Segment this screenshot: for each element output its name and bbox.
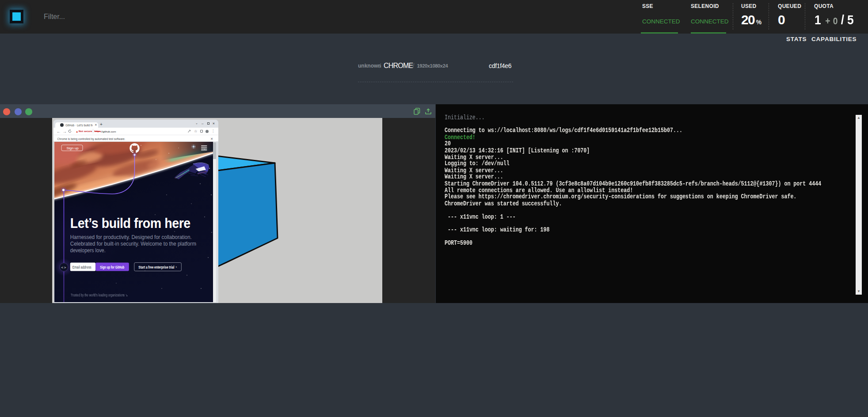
svg-text:Let’s build from here: Let’s build from here — [70, 216, 190, 231]
svg-text:Trusted by the world’s leading: Trusted by the world’s leading organizat… — [71, 293, 128, 297]
svg-text:<>: <> — [61, 265, 67, 269]
svg-text:Start a free enterprise trial: Start a free enterprise trial — [138, 265, 174, 269]
svg-text:Sign up: Sign up — [67, 146, 79, 150]
svg-text:›: › — [176, 265, 177, 269]
svg-text:Harnessed for productivity. De: Harnessed for productivity. Designed for… — [70, 234, 192, 240]
svg-text:Sign up for GitHub: Sign up for GitHub — [100, 265, 124, 269]
svg-text:Email address: Email address — [72, 265, 91, 269]
svg-text:developers love.: developers love. — [70, 247, 106, 254]
svg-text:Celebrated for built-in securi: Celebrated for built-in security. Welcom… — [70, 241, 196, 247]
